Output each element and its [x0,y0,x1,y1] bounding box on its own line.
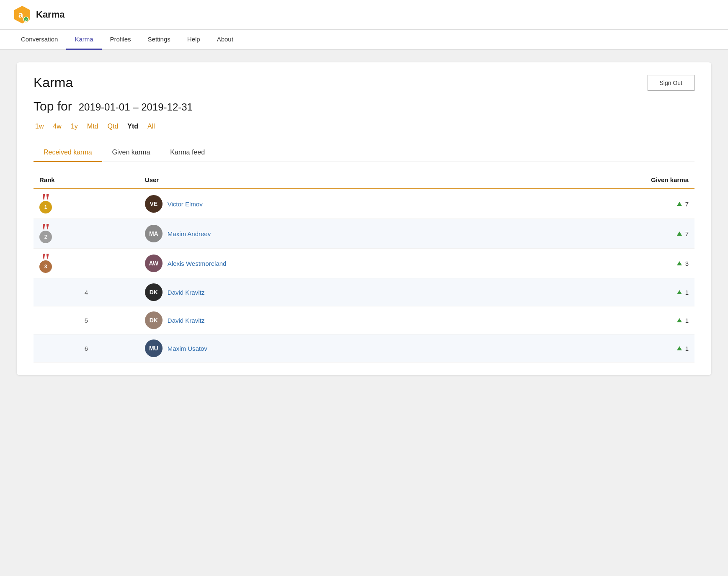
nav-item-about[interactable]: About [209,30,242,50]
avatar: AW [145,255,163,272]
user-cell: VE Victor Elmov [139,189,502,219]
karma-number: 1 [685,289,689,296]
sub-tabs: Received karma Given karma Karma feed [34,144,694,162]
user-name[interactable]: David Kravitz [168,317,204,324]
nav-item-settings[interactable]: Settings [139,30,179,50]
karma-number: 3 [685,260,689,267]
app-title: Karma [36,9,65,20]
user-name[interactable]: Victor Elmov [168,201,203,208]
karma-card: Karma Sign Out Top for 2019-01-01 – 2019… [17,62,711,375]
karma-number: 1 [685,317,689,324]
avatar: DK [145,283,163,301]
col-rank: Rank [34,172,139,189]
period-filters: 1w 4w 1y Mtd Qtd Ytd All [34,122,694,131]
rank-cell: 2 [34,219,139,249]
tab-given-karma[interactable]: Given karma [102,144,160,162]
user-name[interactable]: Maxim Andreev [168,230,211,237]
karma-value-cell: 7 [502,219,694,249]
karma-number: 1 [685,345,689,352]
up-arrow-icon [677,231,682,236]
table-header: Rank User Given karma [34,172,694,189]
main-nav: Conversation Karma Profiles Settings Hel… [0,30,728,50]
user-name[interactable]: Maxim Usatov [168,345,207,352]
table-row: 3 AW Alexis Westmoreland 3 [34,249,694,278]
user-cell: DK David Kravitz [139,278,502,306]
rank-cell: 1 [34,189,139,219]
svg-text:✓: ✓ [25,18,27,21]
karma-value-cell: 1 [502,334,694,363]
karma-table-body: 1 VE Victor Elmov 7 2 MA Maxim Andreev [34,189,694,363]
user-cell: MU Maxim Usatov [139,334,502,363]
period-btn-1w[interactable]: 1w [34,122,45,131]
col-user: User [139,172,502,189]
period-btn-4w[interactable]: 4w [51,122,63,131]
card-header: Karma Sign Out [34,75,694,91]
nav-item-conversation[interactable]: Conversation [13,30,66,50]
table-row: 2 MA Maxim Andreev 7 [34,219,694,249]
header: a ✓ Karma [0,0,728,30]
karma-number: 7 [685,201,689,208]
karma-value-cell: 3 [502,249,694,278]
karma-value-cell: 1 [502,278,694,306]
nav-item-profiles[interactable]: Profiles [102,30,139,50]
avatar: VE [145,195,163,213]
avatar: DK [145,311,163,329]
top-for-label: Top for [34,99,72,113]
up-arrow-icon [677,346,682,350]
user-cell: DK David Kravitz [139,306,502,334]
up-arrow-icon [677,261,682,265]
col-given-karma: Given karma [502,172,694,189]
app-logo: a ✓ [13,5,32,24]
period-btn-ytd[interactable]: Ytd [126,122,140,131]
up-arrow-icon [677,318,682,322]
table-row: 6 MU Maxim Usatov 1 [34,334,694,363]
rank-cell: 6 [34,334,139,363]
avatar: MU [145,339,163,357]
avatar: MA [145,225,163,242]
period-btn-qtd[interactable]: Qtd [106,122,120,131]
nav-item-help[interactable]: Help [179,30,209,50]
user-cell: MA Maxim Andreev [139,219,502,249]
date-range[interactable]: 2019-01-01 – 2019-12-31 [79,101,193,114]
karma-number: 7 [685,230,689,237]
period-btn-mtd[interactable]: Mtd [85,122,100,131]
card-title: Karma [34,75,73,90]
up-arrow-icon [677,202,682,206]
up-arrow-icon [677,290,682,294]
karma-table: Rank User Given karma 1 VE Victor Elmov [34,172,694,363]
rank-cell: 5 [34,306,139,334]
table-row: 4 DK David Kravitz 1 [34,278,694,306]
period-btn-all[interactable]: All [146,122,157,131]
sign-out-button[interactable]: Sign Out [648,75,694,91]
tab-received-karma[interactable]: Received karma [34,144,102,162]
period-btn-1y[interactable]: 1y [69,122,80,131]
tab-karma-feed[interactable]: Karma feed [160,144,215,162]
user-cell: AW Alexis Westmoreland [139,249,502,278]
rank-cell: 4 [34,278,139,306]
logo-area: a ✓ Karma [13,5,65,24]
user-name[interactable]: Alexis Westmoreland [168,260,227,267]
top-for-row: Top for 2019-01-01 – 2019-12-31 [34,99,694,114]
user-name[interactable]: David Kravitz [168,289,204,296]
table-row: 1 VE Victor Elmov 7 [34,189,694,219]
karma-value-cell: 1 [502,306,694,334]
main-content: Karma Sign Out Top for 2019-01-01 – 2019… [0,50,728,388]
rank-cell: 3 [34,249,139,278]
nav-item-karma[interactable]: Karma [66,30,101,50]
svg-text:a: a [18,10,23,19]
karma-value-cell: 7 [502,189,694,219]
table-row: 5 DK David Kravitz 1 [34,306,694,334]
